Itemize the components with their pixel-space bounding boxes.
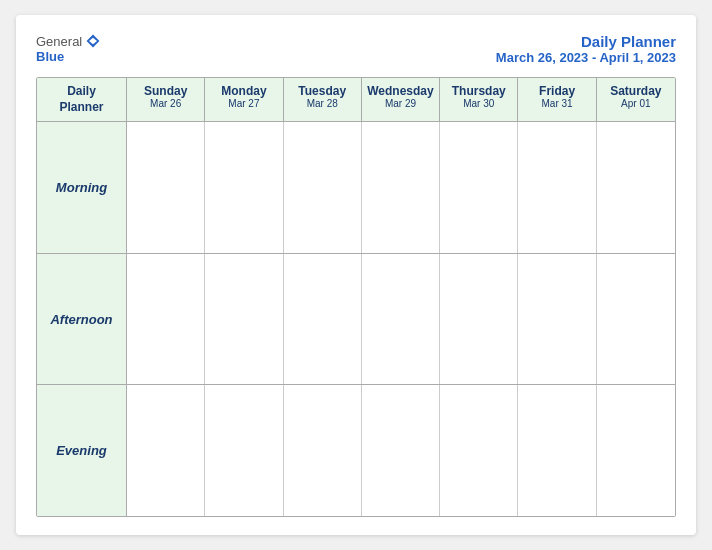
logo-icon: [85, 33, 101, 49]
col-header-wednesday: Wednesday Mar 29: [362, 78, 440, 121]
header: General Blue Daily Planner March 26, 202…: [36, 33, 676, 65]
sunday-date: Mar 26: [131, 98, 200, 109]
logo-blue-text: Blue: [36, 49, 64, 64]
sunday-label: Sunday: [131, 84, 200, 98]
col-header-tuesday: Tuesday Mar 28: [284, 78, 362, 121]
friday-label: Friday: [522, 84, 591, 98]
logo: General: [36, 33, 101, 49]
morning-monday-cell[interactable]: [205, 122, 283, 253]
calendar-grid: Daily Planner Sunday Mar 26 Monday Mar 2…: [36, 77, 676, 517]
evening-thursday-cell[interactable]: [440, 385, 518, 516]
saturday-date: Apr 01: [601, 98, 671, 109]
col-header-monday: Monday Mar 27: [205, 78, 283, 121]
afternoon-tuesday-cell[interactable]: [284, 254, 362, 385]
morning-thursday-cell[interactable]: [440, 122, 518, 253]
monday-date: Mar 27: [209, 98, 278, 109]
col-header-thursday: Thursday Mar 30: [440, 78, 518, 121]
thursday-label: Thursday: [444, 84, 513, 98]
morning-wednesday-cell[interactable]: [362, 122, 440, 253]
afternoon-friday-cell[interactable]: [518, 254, 596, 385]
logo-area: General Blue: [36, 33, 101, 64]
col-header-saturday: Saturday Apr 01: [597, 78, 675, 121]
afternoon-sunday-cell[interactable]: [127, 254, 205, 385]
evening-row: Evening: [37, 385, 675, 516]
column-header-row: Daily Planner Sunday Mar 26 Monday Mar 2…: [37, 78, 675, 122]
title-area: Daily Planner March 26, 2023 - April 1, …: [496, 33, 676, 65]
morning-tuesday-cell[interactable]: [284, 122, 362, 253]
morning-saturday-cell[interactable]: [597, 122, 675, 253]
evening-label: Evening: [37, 385, 127, 516]
afternoon-row: Afternoon: [37, 254, 675, 386]
first-column-header: Daily Planner: [37, 78, 127, 121]
evening-saturday-cell[interactable]: [597, 385, 675, 516]
tuesday-date: Mar 28: [288, 98, 357, 109]
afternoon-thursday-cell[interactable]: [440, 254, 518, 385]
planner-date-range: March 26, 2023 - April 1, 2023: [496, 50, 676, 65]
daily-planner-label-line2: Planner: [59, 100, 103, 116]
tuesday-label: Tuesday: [288, 84, 357, 98]
evening-wednesday-cell[interactable]: [362, 385, 440, 516]
evening-friday-cell[interactable]: [518, 385, 596, 516]
wednesday-label: Wednesday: [366, 84, 435, 98]
thursday-date: Mar 30: [444, 98, 513, 109]
evening-sunday-cell[interactable]: [127, 385, 205, 516]
morning-label: Morning: [37, 122, 127, 253]
friday-date: Mar 31: [522, 98, 591, 109]
afternoon-wednesday-cell[interactable]: [362, 254, 440, 385]
afternoon-label: Afternoon: [37, 254, 127, 385]
planner-title: Daily Planner: [496, 33, 676, 50]
morning-friday-cell[interactable]: [518, 122, 596, 253]
col-header-friday: Friday Mar 31: [518, 78, 596, 121]
monday-label: Monday: [209, 84, 278, 98]
logo-general-text: General: [36, 34, 82, 49]
evening-monday-cell[interactable]: [205, 385, 283, 516]
afternoon-saturday-cell[interactable]: [597, 254, 675, 385]
saturday-label: Saturday: [601, 84, 671, 98]
daily-planner-label-line1: Daily: [67, 84, 96, 100]
morning-row: Morning: [37, 122, 675, 254]
page: General Blue Daily Planner March 26, 202…: [16, 15, 696, 535]
evening-tuesday-cell[interactable]: [284, 385, 362, 516]
col-header-sunday: Sunday Mar 26: [127, 78, 205, 121]
afternoon-monday-cell[interactable]: [205, 254, 283, 385]
morning-sunday-cell[interactable]: [127, 122, 205, 253]
body-rows: Morning Afternoon Evening: [37, 122, 675, 516]
wednesday-date: Mar 29: [366, 98, 435, 109]
